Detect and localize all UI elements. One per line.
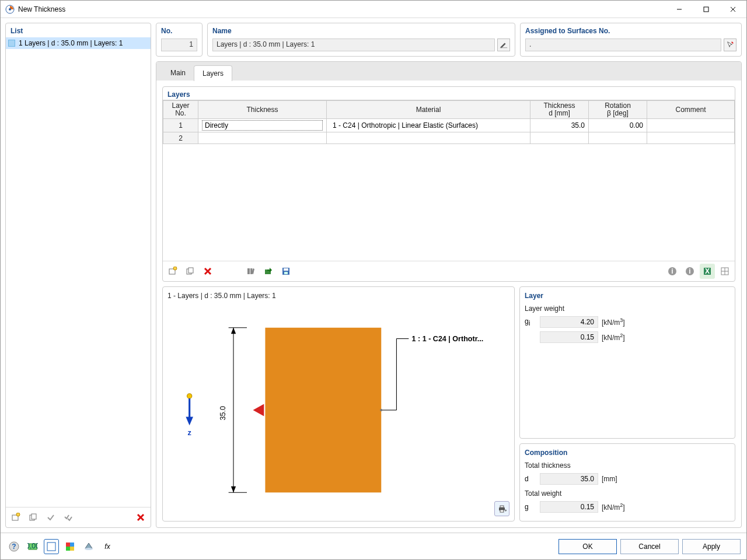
row-no: 2 — [163, 132, 198, 144]
svg-marker-58 — [85, 543, 92, 548]
svg-text:i: i — [689, 267, 690, 275]
layers-grid[interactable]: LayerNo. Thickness Material Thicknessd [… — [163, 100, 735, 261]
layers-grid-panel: Layers LayerNo. Thickness — [162, 86, 735, 282]
svg-rect-53 — [47, 542, 55, 551]
save-button[interactable] — [278, 264, 294, 279]
layers-title: Layers — [163, 87, 735, 100]
cancel-button[interactable]: Cancel — [620, 539, 679, 554]
window-title: New Thickness — [18, 5, 666, 13]
units-button[interactable]: 0,00 — [25, 539, 40, 554]
layers-toolbar: i i X — [163, 261, 735, 281]
preview-canvas: 35.0 1 : 1 - C24 | Orthotr... — [167, 303, 509, 499]
svg-rect-56 — [66, 547, 70, 551]
svg-point-15 — [173, 267, 177, 270]
total-thickness-label: Total thickness — [525, 461, 730, 470]
g-symbol: g — [525, 503, 536, 511]
delete-item-button[interactable] — [133, 510, 148, 525]
total-weight-label: Total weight — [525, 489, 730, 498]
new-layer-button[interactable] — [165, 264, 180, 279]
svg-point-42 — [187, 394, 191, 398]
window: New Thickness List 1 Layers | d : 35.0 m… — [0, 0, 747, 560]
marker-icon — [253, 404, 264, 416]
table-row[interactable]: 2 — [163, 132, 735, 144]
name-box: Name Layers | d : 35.0 mm | Layers: 1 — [207, 23, 515, 57]
list-tree[interactable]: 1 Layers | d : 35.0 mm | Layers: 1 — [6, 37, 151, 507]
excel-button[interactable]: X — [700, 264, 715, 279]
d-symbol: d — [525, 475, 536, 483]
help-button[interactable]: ? — [6, 539, 22, 554]
row-no: 1 — [163, 119, 198, 132]
name-input[interactable]: Layers | d : 35.0 mm | Layers: 1 — [212, 38, 495, 51]
import-button[interactable] — [261, 264, 276, 279]
svg-rect-9 — [32, 514, 36, 519]
list-item-swatch — [8, 40, 15, 47]
fx-button[interactable]: fx — [100, 539, 115, 554]
library-button[interactable] — [243, 264, 259, 279]
dim-label: 35.0 — [219, 406, 227, 420]
apply-button[interactable]: Apply — [682, 539, 741, 554]
maximize-button[interactable] — [693, 1, 720, 18]
cell-beta[interactable] — [589, 132, 647, 144]
svg-rect-12 — [500, 47, 507, 48]
col-thickness-d: Thicknessd [mm] — [530, 101, 589, 119]
upper-area: List 1 Layers | d : 35.0 mm | Layers: 1 — [1, 18, 746, 533]
assigned-input[interactable]: . — [525, 38, 721, 51]
tab-main[interactable]: Main — [162, 65, 194, 80]
check-all-button[interactable] — [61, 510, 76, 525]
no-input[interactable]: 1 — [161, 38, 197, 51]
info-button[interactable]: i — [665, 264, 680, 279]
new-item-button[interactable] — [8, 510, 23, 525]
tabs-panel: Main Layers Layers — [156, 61, 742, 528]
col-comment: Comment — [647, 101, 735, 119]
ok-button[interactable]: OK — [558, 539, 617, 554]
svg-line-13 — [732, 42, 734, 44]
rename-button[interactable] — [497, 38, 510, 51]
window-buttons — [666, 1, 746, 18]
layer-rect — [265, 328, 381, 493]
grid-settings-button[interactable] — [717, 264, 732, 279]
svg-text:0,00: 0,00 — [27, 542, 38, 550]
copy-item-button[interactable] — [26, 510, 41, 525]
list-title: List — [6, 23, 151, 37]
right-area: No. 1 Name Layers | d : 35.0 mm | Layers… — [156, 23, 742, 528]
check-button[interactable] — [43, 510, 58, 525]
delete-layer-button[interactable] — [200, 264, 215, 279]
svg-point-59 — [85, 548, 93, 550]
copy-layer-button[interactable] — [183, 264, 198, 279]
list-item[interactable]: 1 Layers | d : 35.0 mm | Layers: 1 — [6, 37, 151, 49]
svg-point-7 — [16, 513, 20, 516]
cell-d[interactable] — [530, 132, 589, 144]
cell-material[interactable] — [327, 132, 530, 144]
z-label: z — [188, 429, 191, 437]
cell-thickness[interactable] — [198, 132, 327, 144]
view-button[interactable] — [44, 539, 59, 554]
assigned-label: Assigned to Surfaces No. — [525, 27, 736, 35]
close-button[interactable] — [720, 1, 746, 18]
pick-surfaces-button[interactable] — [724, 38, 736, 51]
layer-panel-title: Layer — [525, 292, 730, 300]
lower-split: 1 - Layers | d : 35.0 mm | Layers: 1 — [162, 286, 735, 522]
svg-rect-47 — [500, 510, 504, 512]
cell-beta[interactable]: 0.00 — [589, 119, 647, 132]
render-button[interactable] — [81, 539, 96, 554]
svg-point-39 — [380, 409, 382, 411]
colors-button[interactable] — [62, 539, 78, 554]
grid-empty-space — [163, 144, 735, 261]
gi-symbol: gi — [525, 317, 536, 327]
cell-d[interactable]: 35.0 — [530, 119, 589, 132]
print-button[interactable] — [494, 501, 509, 516]
cell-material[interactable]: 1 - C24 | Orthotropic | Linear Elastic (… — [327, 119, 530, 132]
no-box: No. 1 — [156, 23, 203, 57]
list-toolbar — [6, 507, 151, 527]
cell-comment[interactable] — [647, 132, 735, 144]
g-value: 0.15 — [540, 501, 598, 513]
cell-comment[interactable] — [647, 119, 735, 132]
d-unit: [mm] — [602, 475, 617, 483]
info2-button[interactable]: i — [682, 264, 697, 279]
svg-rect-17 — [189, 268, 193, 273]
g-unit: [kN/m2] — [602, 502, 625, 512]
cell-thickness[interactable]: Directly — [198, 119, 327, 132]
tab-layers[interactable]: Layers — [194, 65, 232, 81]
minimize-button[interactable] — [666, 1, 693, 18]
table-row[interactable]: 1 Directly 1 - C24 | Orthotropic | Linea… — [163, 119, 735, 132]
